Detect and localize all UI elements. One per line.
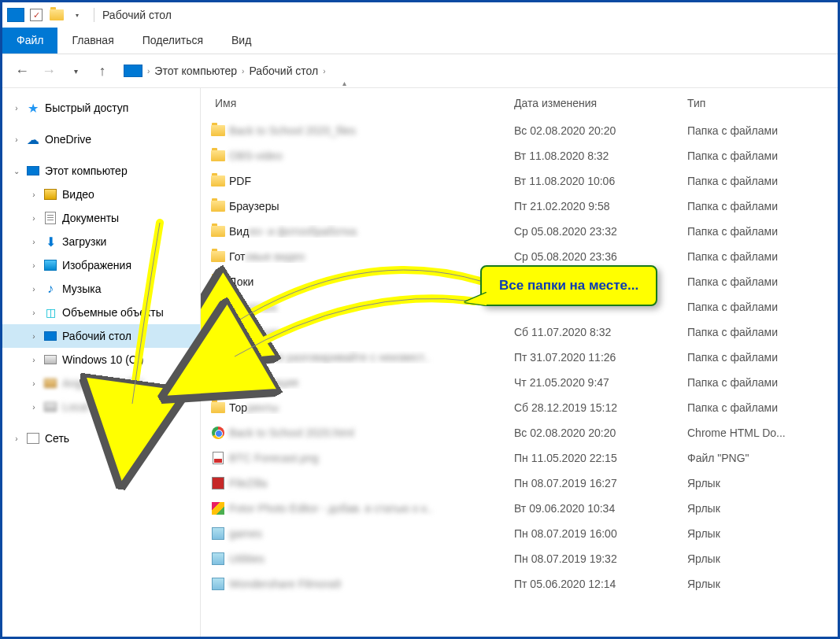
file-name: PDF [229,175,514,187]
chevron-right-icon[interactable]: › [323,67,325,76]
lnk3-icon [207,527,229,540]
chevron-right-icon[interactable]: › [242,67,244,76]
chevron-right-icon[interactable]: › [147,67,150,76]
file-row[interactable]: PDFВт 11.08.2020 10:06Папка с файлами [201,168,838,194]
file-type: Папка с файлами [687,326,831,338]
sidebar-music[interactable]: › ♪ Музыка [2,277,200,301]
file-date: Ср 05.08.2020 23:32 [514,225,687,238]
file-row[interactable]: BTC Forecast.pngПн 11.05.2020 22:15Файл … [201,445,838,471]
chevron-right-icon[interactable]: › [12,135,21,144]
folder-icon [207,327,229,338]
file-row[interactable]: Back to School 2020_filesВс 02.08.2020 2… [201,118,838,143]
folder-icon[interactable] [48,8,65,22]
file-name: Utilities [229,552,514,565]
recent-dropdown-icon[interactable]: ▾ [65,61,86,81]
column-date[interactable]: Дата изменения [514,97,687,109]
chevron-right-icon[interactable]: › [29,238,39,246]
column-type[interactable]: Тип [687,97,831,109]
label: Local (F:) [62,401,109,413]
sidebar-downloads[interactable]: › ⬇ Загрузки [2,230,200,253]
file-row[interactable]: Back to School 2020.htmlВс 02.08.2020 20… [201,420,838,445]
chevron-right-icon[interactable]: › [12,434,21,443]
properties-icon[interactable]: ✓ [28,8,45,22]
chevron-right-icon[interactable]: › [29,308,39,317]
sidebar-onedrive[interactable]: › ☁ OneDrive [2,127,200,151]
lnk3-icon [207,552,229,565]
file-type: Папка с файлами [687,275,831,288]
file-row[interactable]: FileZillaПн 08.07.2019 16:27Ярлык [201,471,838,496]
file-list[interactable]: Back to School 2020_filesВс 02.08.2020 2… [201,118,838,637]
file-row[interactable]: gamesПн 08.07.2019 16:00Ярлык [201,521,838,546]
tab-file[interactable]: Файл [2,28,57,54]
divider [94,8,94,22]
column-name[interactable]: Имя [207,97,514,109]
file-row[interactable]: OBS-videoВт 11.08.2020 8:32Папка с файла… [201,143,838,168]
file-row[interactable]: Fotor Photo Editor - добав. в статью о к… [201,496,838,521]
up-button[interactable]: ↑ [92,61,113,81]
label: Windows 10 (C:) [62,353,143,366]
file-type: Ярлык [687,527,831,540]
file-name: OBS-video [229,150,514,162]
tab-share[interactable]: Поделиться [128,28,217,54]
sidebar-drive-blur1[interactable]: › Angela Dark (E:) [2,371,200,395]
file-type: Ярлык [687,477,831,489]
sidebar-documents[interactable]: › Документы [2,206,200,230]
tab-home[interactable]: Главная [57,28,128,54]
label: Angela Dark (E:) [62,377,143,390]
breadcrumb[interactable]: › Этот компьютер › Рабочий стол › [124,65,326,77]
breadcrumb-desktop[interactable]: Рабочий стол [249,65,318,77]
chevron-right-icon[interactable]: › [29,261,39,270]
sidebar-this-pc[interactable]: ⌄ Этот компьютер [2,159,200,183]
sidebar-c-drive[interactable]: › Windows 10 (C:) [2,348,200,371]
file-name: FileZilla [229,477,514,489]
sidebar-pictures[interactable]: › Изображения [2,253,200,277]
back-button[interactable]: ← [12,61,32,81]
file-row[interactable]: никогда не разговаривайте с неизвест..Пт… [201,345,838,370]
breadcrumb-pc[interactable]: Этот компьютер [154,65,237,77]
sidebar-drive-blur2[interactable]: › Local (F:) [2,395,200,419]
window-title: Рабочий стол [102,9,172,21]
chrome-icon [207,427,229,439]
file-date: Сб 11.07.2020 8:32 [514,326,687,338]
file-row[interactable]: Wondershare Filmora9Пт 05.06.2020 12:14Я… [201,571,838,597]
network-icon [26,432,40,445]
file-row[interactable]: UtilitiesПн 08.07.2019 19:32Ярлык [201,546,838,571]
chevron-right-icon[interactable]: › [12,104,21,113]
column-headers: Имя Дата изменения Тип [201,88,838,118]
file-date: Пт 05.06.2020 12:14 [514,578,687,590]
chevron-right-icon[interactable]: › [29,190,39,199]
qat-dropdown-icon[interactable]: ▾ [68,8,86,22]
file-type: Папка с файлами [687,301,831,313]
chevron-right-icon[interactable]: › [29,285,39,294]
chevron-right-icon[interactable]: › [29,214,39,223]
file-type: Папка с файлами [687,150,831,162]
file-row[interactable]: Видео- и фотообработкаСр 05.08.2020 23:3… [201,219,838,244]
lnk-icon [207,477,229,489]
sidebar-network[interactable]: › Сеть [2,427,200,450]
disk-icon [43,401,57,413]
chevron-right-icon[interactable]: › [29,379,39,388]
sidebar-video[interactable]: › Видео [2,183,200,206]
folder-icon [207,150,229,161]
file-date: Пт 21.02.2020 9:58 [514,200,687,212]
label: Быстрый доступ [45,102,128,114]
label: Сеть [45,432,69,445]
chevron-right-icon[interactable]: › [29,332,39,341]
sidebar-desktop[interactable]: › Рабочий стол [2,324,200,348]
file-row[interactable]: БраузерыПт 21.02.2020 9:58Папка с файлам… [201,194,838,219]
chevron-right-icon[interactable]: › [29,356,39,364]
file-name: BTC Forecast.png [229,452,514,464]
chevron-right-icon[interactable]: › [29,403,39,412]
tab-view[interactable]: Вид [217,28,265,54]
file-row[interactable]: ОптимизацияЧт 21.05.2020 9:47Папка с фай… [201,370,838,395]
file-type: Ярлык [687,502,831,515]
sidebar-quick-access[interactable]: › ★ Быстрый доступ [2,96,200,120]
png-icon [207,452,229,464]
forward-button[interactable]: → [39,61,59,81]
sidebar-3d-objects[interactable]: › ◫ Объемные объекты [2,301,200,324]
file-row[interactable]: КошелькиСб 11.07.2020 8:32Папка с файлам… [201,320,838,345]
file-date: Пн 08.07.2019 16:27 [514,477,687,489]
file-row[interactable]: ТоррентыСб 28.12.2019 15:12Папка с файла… [201,395,838,420]
app-icon[interactable] [7,8,24,22]
chevron-down-icon[interactable]: ⌄ [12,167,21,175]
